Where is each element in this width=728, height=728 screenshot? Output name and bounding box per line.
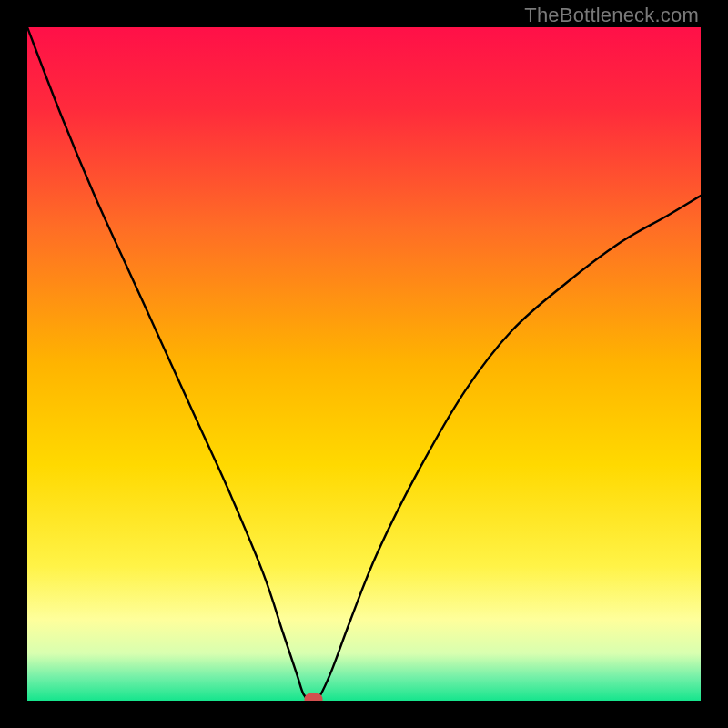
watermark-text: TheBottleneck.com — [524, 4, 699, 27]
chart-frame: TheBottleneck.com — [0, 0, 728, 728]
optimal-marker — [305, 693, 323, 701]
plot-area — [27, 27, 701, 701]
bottleneck-chart — [27, 27, 701, 701]
gradient-background — [27, 27, 701, 701]
